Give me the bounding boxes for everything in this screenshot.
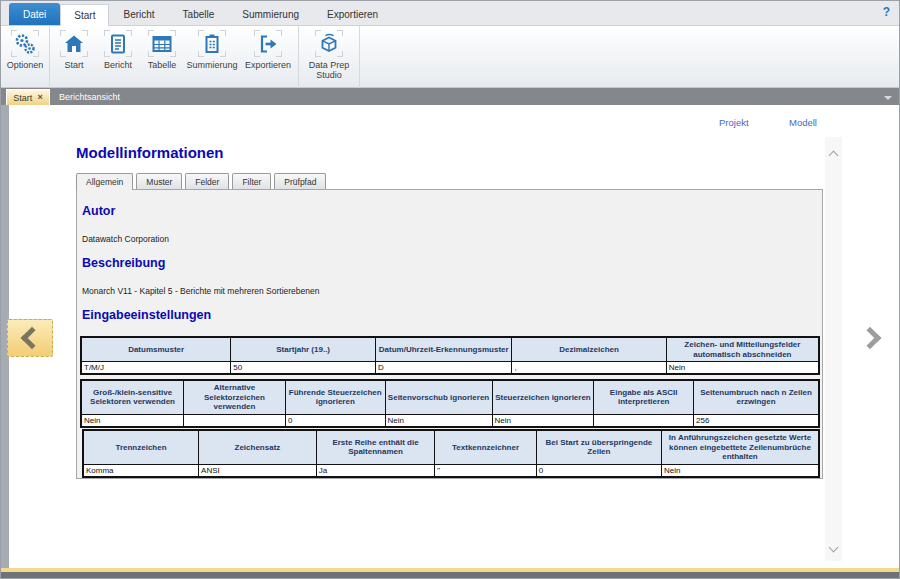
summary-icon [198,30,226,57]
chevron-left-icon [21,327,44,350]
doc-tab-berichtsansicht[interactable]: Berichtsansicht [59,88,120,105]
data-prep-studio-button[interactable]: Data Prep Studio [301,28,357,81]
ribbon-tab-bar: Datei Start Bericht Tabelle Summierung E… [1,1,899,26]
summierung-button[interactable]: Summierung [184,28,240,70]
tabstrip-dropdown-icon[interactable] [884,96,892,100]
help-icon[interactable]: ? [883,5,890,19]
scroll-up-icon[interactable] [825,145,842,162]
table-header-cell: Seitenvorschub ignorieren [385,380,492,414]
table-value-cell: " [435,464,537,477]
report-icon [104,30,132,57]
ribbon-group-dataprep: Data Prep Studio [299,26,360,89]
doc-tab-start-label: Start [13,93,32,103]
summierung-label: Summierung [186,60,237,70]
table-value-cell: 0 [285,414,385,427]
bericht-label: Bericht [104,60,132,70]
exportieren-button[interactable]: Exportieren [240,28,296,70]
tab-pruefpfad[interactable]: Prüfpfad [274,173,326,189]
input-settings-table-3: TrennzeichenZeichensatzErste Reihe enthä… [82,429,820,478]
export-icon [254,30,282,57]
table-header-cell: Datumsmuster [81,337,231,362]
table-value-cell: 50 [231,362,376,375]
ribbon-tab-tabelle[interactable]: Tabelle [169,3,229,25]
start-label: Start [64,60,83,70]
tabelle-button[interactable]: Tabelle [140,28,184,70]
data-prep-studio-label: Data Prep Studio [301,60,357,81]
table-header-cell: In Anführungszeichen gesetzte Werte könn… [661,430,819,464]
gears-icon [11,30,39,57]
ribbon-tab-bericht[interactable]: Bericht [109,3,168,25]
bericht-button[interactable]: Bericht [96,28,140,70]
tab-filter[interactable]: Filter [232,173,271,189]
doc-tab-start[interactable]: Start × [6,89,50,105]
beschreibung-heading: Beschreibung [82,256,165,270]
table-header-cell: Erste Reihe enthält die Spaltennamen [316,430,434,464]
table-value-cell: 0 [536,464,661,477]
document-tab-strip: Start × Berichtsansicht [1,88,899,105]
file-menu-button[interactable]: Datei [9,3,60,25]
ribbon-group-options: Optionen [1,26,50,89]
table-value-cell [594,414,694,427]
table-icon [148,30,176,57]
table-header-cell: Zeichensatz [199,430,317,464]
home-icon [60,30,88,57]
close-icon[interactable]: × [37,93,42,102]
modell-link[interactable]: Modell [789,117,817,128]
table-header-cell: Steuerzeichen ignorieren [492,380,594,414]
previous-page-button[interactable] [7,319,53,357]
table-value-cell: , [512,362,666,375]
autor-heading: Autor [82,204,115,218]
table-header-cell: Groß-/klein-sensitive Selektoren verwend… [81,380,184,414]
ribbon-tab-start[interactable]: Start [60,4,109,26]
ribbon-group-views: Start Bericht [50,26,299,89]
table-value-cell: Nein [385,414,492,427]
table-header-cell: Bei Start zu überspringende Zeilen [536,430,661,464]
next-page-button[interactable] [857,321,887,355]
table-header-cell: Führende Steuerzeichen ignorieren [285,380,385,414]
input-settings-table-1: DatumsmusterStartjahr (19..)Datum/Uhrzei… [80,336,820,375]
table-header-cell: Startjahr (19..) [231,337,376,362]
table-value-cell: Ja [316,464,434,477]
tab-muster[interactable]: Muster [136,173,182,189]
window-bottom-edge [1,572,899,578]
tab-allgemein[interactable]: Allgemein [76,173,133,190]
table-header-cell: Seitenumbruch nach n Zeilen erzwingen [694,380,819,414]
exportieren-label: Exportieren [245,60,291,70]
page-title: Modellinformationen [76,144,224,161]
cube-icon [315,30,343,57]
table-value-cell: Nein [661,464,819,477]
table-value-cell: 256 [694,414,819,427]
scroll-down-icon[interactable] [825,540,842,557]
table-value-cell: Nein [666,362,819,375]
input-settings-table-2: Groß-/klein-sensitive Selektoren verwend… [80,379,820,428]
table-header-cell: Eingabe als ASCII interpretieren [594,380,694,414]
beschreibung-value: Monarch V11 - Kapitel 5 - Berichte mit m… [82,286,320,296]
tabelle-label: Tabelle [148,60,177,70]
eingabeeinstellungen-heading: Eingabeeinstellungen [82,308,211,322]
table-value-cell: Komma [83,464,199,477]
table-header-cell: Textkennzeichner [435,430,537,464]
ribbon-body: Optionen Start [1,26,899,88]
table-header-cell: Trennzeichen [83,430,199,464]
table-header-cell: Alternative Selektorzeichen verwenden [184,380,286,414]
table-value-cell [184,414,286,427]
app-window: Datei Start Bericht Tabelle Summierung E… [0,0,900,579]
vertical-scrollbar[interactable] [825,137,842,561]
table-header-cell: Dezimalzeichen [512,337,666,362]
table-value-cell: D [375,362,512,375]
tab-felder[interactable]: Felder [185,173,229,189]
table-header-cell: Datum/Uhrzeit-Erkennungsmuster [375,337,512,362]
table-header-cell: Zeichen- und Mitteilungsfelder automatis… [666,337,819,362]
table-value-cell: Nein [492,414,594,427]
table-value-cell: ANSI [199,464,317,477]
autor-value: Datawatch Corporation [82,234,169,244]
start-button[interactable]: Start [52,28,96,70]
optionen-button[interactable]: Optionen [3,28,47,70]
projekt-link[interactable]: Projekt [719,117,749,128]
ribbon-tab-summierung[interactable]: Summierung [228,3,313,25]
content-area: Projekt Modell Modellinformationen Allge… [1,105,899,570]
table-value-cell: Nein [81,414,184,427]
table-value-cell: T/M/J [81,362,231,375]
ribbon-tab-exportieren[interactable]: Exportieren [313,3,392,25]
chevron-right-icon [859,327,882,350]
